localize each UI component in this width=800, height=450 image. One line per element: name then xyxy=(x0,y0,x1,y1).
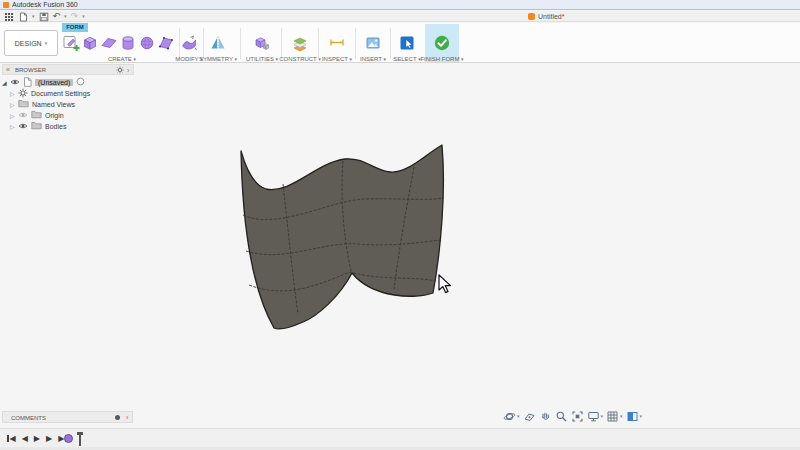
document-icon xyxy=(528,13,535,20)
expand-closed-icon[interactable]: ▷ xyxy=(10,112,18,119)
face-icon[interactable] xyxy=(157,34,175,52)
ribbon-toolbar: DESIGN ▾ FORM CREATE ▾ MODIFY ▾ SYMMETRY… xyxy=(0,23,800,63)
tspline-surface[interactable] xyxy=(225,130,465,345)
expand-closed-icon[interactable]: ▷ xyxy=(10,101,18,108)
symmetry-icon[interactable] xyxy=(209,34,227,52)
tree-item-label: Origin xyxy=(45,112,64,119)
pan-icon[interactable] xyxy=(538,410,553,423)
undo-caret-icon[interactable]: ▾ xyxy=(64,14,67,19)
document-tab-label: Untitled* xyxy=(538,13,564,20)
orbit-caret-icon[interactable]: ▾ xyxy=(517,414,520,419)
browser-title: BROWSER xyxy=(15,65,46,75)
workspace-selector-button[interactable]: DESIGN ▾ xyxy=(4,30,58,56)
file-icon[interactable] xyxy=(18,12,28,22)
comments-expand-icon[interactable]: › xyxy=(126,413,128,423)
form-tab[interactable]: FORM xyxy=(62,23,88,32)
cylinder-icon[interactable] xyxy=(119,34,137,52)
browser-row-document-settings[interactable]: ▷ Document Settings xyxy=(10,88,90,98)
folder-icon xyxy=(31,121,45,131)
document-tab[interactable]: Untitled* xyxy=(528,11,564,22)
expand-closed-icon[interactable]: ▷ xyxy=(10,123,18,130)
comments-panel[interactable]: COMMENTS › xyxy=(2,411,133,423)
folder-icon xyxy=(31,110,45,120)
ribbon-separator xyxy=(355,28,356,59)
browser-row-named-views[interactable]: ▷ Named Views xyxy=(10,99,75,109)
fusion-logo-icon xyxy=(3,2,9,8)
step-forward-icon[interactable]: ▶ xyxy=(43,434,55,443)
visibility-eye-icon[interactable] xyxy=(10,78,23,87)
folder-icon xyxy=(18,99,32,109)
tree-item-label: Named Views xyxy=(32,101,75,108)
form-feature-marker-icon[interactable] xyxy=(64,434,73,443)
finish-form-icon[interactable] xyxy=(433,34,451,52)
ribbon-separator xyxy=(318,28,319,59)
select-icon[interactable] xyxy=(398,34,416,52)
browser-row-origin[interactable]: ▷ Origin xyxy=(10,110,64,120)
finish-form-caret-icon: ▾ xyxy=(461,56,464,62)
browser-gear-icon[interactable] xyxy=(116,66,124,77)
comments-title: COMMENTS xyxy=(11,413,46,423)
save-icon[interactable] xyxy=(39,12,49,22)
grid-and-snaps-icon[interactable]: ▾ xyxy=(605,410,624,423)
app-grid-icon[interactable] xyxy=(4,12,14,22)
activate-radio-icon[interactable] xyxy=(76,77,88,87)
grid-and-snaps-caret-icon[interactable]: ▾ xyxy=(620,414,623,419)
viewports-caret-icon[interactable]: ▾ xyxy=(640,414,643,419)
orbit-icon[interactable]: ▾ xyxy=(502,410,521,423)
redo-icon[interactable]: ↷ xyxy=(71,12,79,21)
create-group-label[interactable]: CREATE ▾ xyxy=(92,56,152,62)
workspace-caret-icon: ▾ xyxy=(45,41,48,46)
ribbon-separator xyxy=(240,28,241,59)
utilities-icon[interactable] xyxy=(253,34,271,52)
titlebar: Autodesk Fusion 360 xyxy=(0,0,800,10)
go-to-beginning-icon[interactable]: ◀ xyxy=(4,434,19,443)
timeline-playback-controls: ◀ ◀ ▶ ▶ ▶ xyxy=(4,429,70,448)
zoom-icon[interactable] xyxy=(554,410,569,423)
root-component-label[interactable]: (Unsaved) xyxy=(35,79,73,86)
ribbon-separator xyxy=(390,28,391,59)
step-back-icon[interactable]: ◀ xyxy=(19,434,31,443)
browser-expand-icon[interactable]: › xyxy=(127,66,129,76)
comment-count-icon xyxy=(115,415,120,420)
plane-icon[interactable] xyxy=(100,34,118,52)
insert-image-icon[interactable] xyxy=(364,34,382,52)
navigation-bar: ▾ ▾ ▾ ▾ xyxy=(502,409,643,423)
quick-access-toolbar: ▾ ↶ ▾ ↷ ▾ xyxy=(4,11,85,22)
play-icon[interactable]: ▶ xyxy=(31,434,43,443)
create-caret-icon: ▾ xyxy=(134,56,137,62)
tab-row: ▾ ↶ ▾ ↷ ▾ Untitled* xyxy=(0,11,800,22)
construct-icon[interactable] xyxy=(291,34,309,52)
settings-gear-icon xyxy=(18,88,31,99)
finish-form-group-label[interactable]: FINISH FORM ▾ xyxy=(412,56,472,62)
mouse-cursor xyxy=(438,274,454,294)
visibility-eye-icon[interactable] xyxy=(18,122,31,131)
look-at-icon[interactable] xyxy=(522,410,537,423)
browser-row-bodies[interactable]: ▷ Bodies xyxy=(10,121,66,131)
ribbon-separator xyxy=(203,28,204,59)
measure-icon[interactable] xyxy=(328,34,346,52)
tree-item-label: Document Settings xyxy=(31,90,90,97)
browser-collapse-icon[interactable]: « xyxy=(6,65,10,75)
fit-icon[interactable] xyxy=(570,410,585,423)
create-sketch-icon[interactable] xyxy=(62,34,80,52)
expand-open-icon[interactable]: ◢ xyxy=(2,79,10,86)
visibility-eye-off-icon[interactable] xyxy=(18,111,31,120)
redo-caret-icon[interactable]: ▾ xyxy=(82,14,85,19)
component-doc-icon xyxy=(23,77,35,88)
expand-closed-icon[interactable]: ▷ xyxy=(10,90,18,97)
sphere-icon[interactable] xyxy=(138,34,156,52)
ribbon-separator xyxy=(281,28,282,59)
browser-panel: « BROWSER › ◢ (Unsaved) ▷ Document Setti… xyxy=(2,64,134,75)
edit-form-icon[interactable] xyxy=(180,34,198,52)
file-caret-icon[interactable]: ▾ xyxy=(32,14,35,19)
undo-icon[interactable]: ↶ xyxy=(53,12,61,21)
browser-row-root[interactable]: ◢ (Unsaved) xyxy=(2,77,88,87)
fusion360-window: Autodesk Fusion 360 ▾ ↶ ▾ ↷ ▾ Untitled* … xyxy=(0,0,800,450)
workspace-label: DESIGN xyxy=(15,40,42,47)
display-settings-icon[interactable]: ▾ xyxy=(586,410,605,423)
timeline-bar: ◀ ◀ ▶ ▶ ▶ xyxy=(0,428,800,447)
viewports-icon[interactable]: ▾ xyxy=(625,410,644,423)
display-settings-caret-icon[interactable]: ▾ xyxy=(601,414,604,419)
browser-header[interactable]: « BROWSER › xyxy=(2,64,134,75)
box-icon[interactable] xyxy=(81,34,99,52)
